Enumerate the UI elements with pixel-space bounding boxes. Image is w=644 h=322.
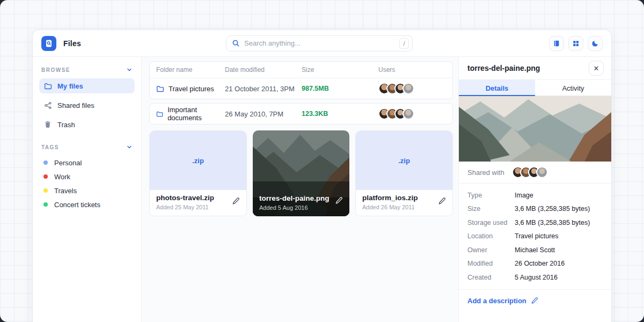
folder-name: Travel pictures — [169, 85, 214, 93]
tag-dot-personal — [43, 160, 48, 165]
notebook-button[interactable] — [549, 36, 564, 51]
tag-work[interactable]: Work — [39, 170, 135, 184]
edit-pencil-icon[interactable] — [232, 197, 240, 207]
tag-dot-work — [43, 174, 48, 179]
detail-label: Size — [467, 205, 515, 213]
sidebar-item-my-files[interactable]: My files — [39, 78, 135, 93]
detail-label: Storage used — [467, 219, 515, 226]
tag-concert-tickets[interactable]: Concert tickets — [39, 197, 135, 211]
column-header-folder-name: Folder name — [156, 66, 225, 74]
search-input[interactable] — [244, 39, 399, 47]
dark-mode-button[interactable] — [588, 36, 603, 51]
date-modified: 26 May 2010, 7PM — [225, 110, 302, 118]
detail-row-owner: Owner Michael Scott — [467, 243, 603, 257]
grid-icon — [572, 40, 580, 47]
app-logo-icon[interactable] — [41, 36, 56, 51]
table-header-row: Folder name Date modified Size Users — [150, 62, 452, 78]
table-row-important-documents[interactable]: Important documents 26 May 2010, 7PM 123… — [150, 104, 452, 124]
trash-icon — [43, 121, 52, 128]
sidebar-item-shared-files[interactable]: Shared files — [39, 98, 135, 113]
detail-value: 26 October 2016 — [515, 260, 565, 267]
column-header-date-modified: Date modified — [225, 66, 302, 74]
detail-label: Location — [467, 232, 515, 240]
shared-with-row: Shared with — [459, 162, 611, 184]
browse-label: BROWSE — [41, 67, 70, 73]
folder-icon — [156, 85, 164, 93]
detail-value: 5 August 2016 — [515, 274, 558, 281]
detail-row-type: Type Image — [467, 188, 603, 202]
file-added-date: Added 26 May 2011 — [362, 204, 446, 210]
tag-personal[interactable]: Personal — [39, 156, 135, 170]
browse-section-header[interactable]: BROWSE — [39, 64, 135, 78]
chevron-down-icon[interactable] — [126, 67, 133, 73]
file-added-date: Added 25 May 2011 — [156, 204, 240, 210]
detail-label: Owner — [467, 246, 515, 254]
search-bar[interactable]: / — [226, 35, 413, 52]
folder-name: Important documents — [167, 106, 225, 122]
chevron-down-icon[interactable] — [126, 144, 133, 150]
document-search-icon — [45, 39, 53, 48]
file-card-torres-del-paine[interactable]: torres-del-paine.png Added 5 Aug 2016 — [253, 130, 349, 216]
avatar-group — [378, 83, 446, 94]
sidebar-item-label: Trash — [57, 121, 75, 129]
avatar — [402, 83, 414, 94]
file-card-photos-travel[interactable]: .zip photos-travel.zip Added 25 May 2011 — [149, 130, 247, 216]
folder-table: Folder name Date modified Size Users Tra… — [149, 61, 453, 99]
search-shortcut-key: / — [399, 38, 409, 49]
page-title: Files — [63, 39, 81, 48]
tag-label: Concert tickets — [54, 201, 100, 209]
main-content: Folder name Date modified Size Users Tra… — [142, 57, 458, 322]
file-card-platform-ios[interactable]: .zip platform_ios.zip Added 26 May 2011 — [355, 130, 453, 216]
detail-value: Image — [515, 192, 533, 199]
search-icon — [232, 39, 240, 47]
file-cards-row: .zip photos-travel.zip Added 25 May 2011 — [149, 130, 453, 216]
shared-with-label: Shared with — [467, 169, 504, 177]
date-modified: 21 October 2011, 3PM — [225, 85, 302, 93]
desktop-background: Files / — [0, 0, 644, 322]
close-button[interactable]: ✕ — [589, 61, 604, 76]
table-row-travel-pictures[interactable]: Travel pictures 21 October 2011, 3PM 987… — [150, 78, 452, 99]
tab-details[interactable]: Details — [459, 80, 535, 96]
file-added-date: Added 5 Aug 2016 — [259, 204, 343, 211]
tag-dot-travels — [43, 188, 48, 193]
sidebar: BROWSE My files — [33, 57, 142, 322]
moon-icon — [591, 40, 599, 47]
tab-activity[interactable]: Activity — [535, 80, 611, 96]
sidebar-item-trash[interactable]: Trash — [39, 117, 135, 132]
folder-size: 987.5MB — [302, 85, 378, 92]
avatar — [402, 108, 414, 120]
column-header-users: Users — [378, 66, 446, 74]
grid-view-button[interactable] — [568, 36, 583, 51]
files-app-window: Files / — [32, 30, 612, 322]
detail-value: 3,6 MB (3,258,385 bytes) — [515, 219, 590, 226]
detail-label: Type — [467, 192, 515, 199]
tag-travels[interactable]: Travels — [39, 184, 135, 197]
details-panel: torres-del-paine.png ✕ Details Activity — [458, 57, 611, 322]
zip-cover: .zip — [356, 131, 452, 190]
detail-value: 3,6 MB (3,258,385 bytes) — [515, 205, 590, 213]
header-actions — [549, 36, 603, 51]
tags-section-header[interactable]: TAGS — [39, 142, 135, 156]
zip-badge: .zip — [398, 157, 410, 165]
panel-tabs: Details Activity — [459, 80, 611, 96]
column-header-size: Size — [302, 66, 378, 74]
detail-label: Created — [467, 274, 515, 281]
add-description-label: Add a description — [467, 297, 526, 305]
detail-row-created: Created 5 August 2016 — [467, 270, 603, 284]
file-name: platform_ios.zip — [362, 194, 446, 202]
folder-icon — [156, 110, 163, 118]
details-list: Type Image Size 3,6 MB (3,258,385 bytes)… — [459, 184, 611, 284]
mountain-preview — [459, 96, 611, 162]
image-preview[interactable] — [459, 96, 611, 162]
tag-label: Work — [54, 173, 70, 181]
edit-pencil-icon[interactable] — [438, 197, 446, 207]
edit-pencil-icon[interactable] — [335, 196, 343, 207]
detail-label: Modified — [467, 260, 515, 267]
detail-row-storage-used: Storage used 3,6 MB (3,258,385 bytes) — [467, 216, 603, 230]
add-description-link[interactable]: Add a description — [459, 290, 611, 312]
avatar-group — [512, 166, 548, 178]
avatar — [536, 166, 548, 178]
file-name: photos-travel.zip — [156, 194, 240, 202]
folder-table-row-block: Important documents 26 May 2010, 7PM 123… — [149, 103, 453, 125]
detail-value: Travel pictures — [515, 232, 559, 240]
